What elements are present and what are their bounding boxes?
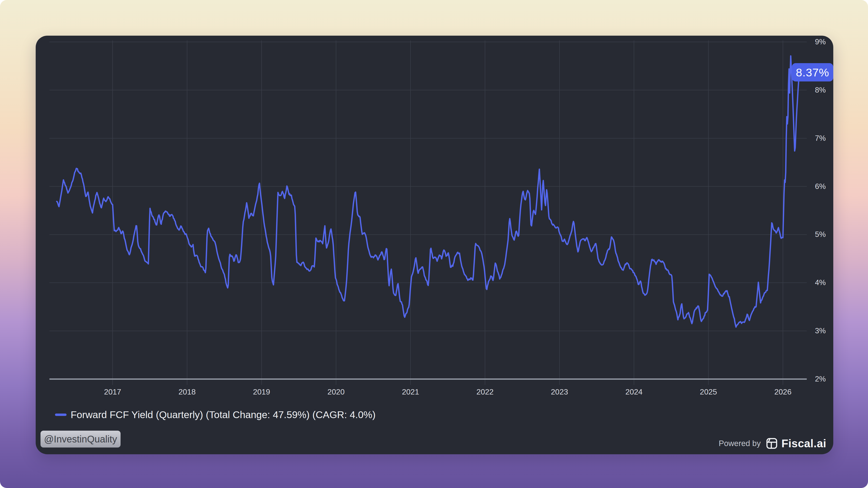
y-tick-label: 4% — [815, 278, 844, 287]
legend-line-swatch — [55, 414, 66, 416]
x-tick-label: 2022 — [466, 387, 504, 397]
y-tick-label: 7% — [815, 134, 844, 143]
y-tick-label: 2% — [815, 375, 844, 383]
x-tick-label: 2021 — [391, 387, 430, 397]
fiscal-ai-logo-icon — [766, 437, 778, 449]
y-tick-label: 3% — [815, 327, 844, 335]
x-tick-label: 2018 — [168, 387, 207, 397]
legend: Forward FCF Yield (Quarterly) (Total Cha… — [55, 407, 376, 423]
x-tick-label: 2017 — [93, 387, 132, 397]
y-tick-label: 6% — [815, 182, 844, 191]
chart-panel: 9%8%7%6%5%4%3%2% 20172018201920202021202… — [36, 36, 833, 454]
legend-label: Forward FCF Yield (Quarterly) (Total Cha… — [71, 409, 376, 421]
watermark-badge: @InvestinQuality — [40, 431, 121, 448]
y-tick-label: 9% — [815, 38, 844, 46]
powered-by-row: Powered by Fiscal.ai — [719, 436, 826, 451]
fcf-yield-line-series[interactable] — [57, 56, 799, 327]
x-tick-label: 2020 — [317, 387, 355, 397]
powered-by-text: Powered by — [719, 439, 761, 448]
brand-name: Fiscal.ai — [781, 437, 826, 450]
x-tick-label: 2023 — [540, 387, 579, 397]
x-tick-label: 2024 — [615, 387, 653, 397]
x-tick-label: 2025 — [689, 387, 728, 397]
x-tick-label: 2026 — [764, 387, 802, 397]
y-tick-label: 5% — [815, 230, 844, 239]
last-value-badge: 8.37% — [792, 63, 833, 82]
x-tick-label: 2019 — [242, 387, 281, 397]
y-tick-label: 8% — [815, 86, 844, 94]
